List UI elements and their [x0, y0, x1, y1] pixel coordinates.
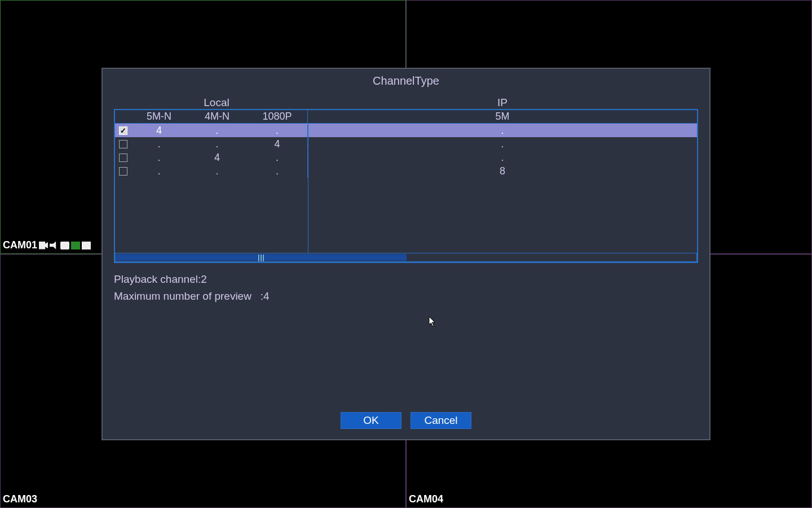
cell-5m: 8	[308, 165, 697, 178]
cell-1080p: 4	[247, 138, 308, 151]
status-icon	[71, 242, 80, 249]
cell-5mn: .	[131, 151, 187, 164]
camera-label-1: CAM01	[3, 239, 91, 251]
col-1080p: 1080P	[247, 110, 308, 123]
channel-type-dialog: ChannelType Local IP 5M-N 4M-N 1080P 5M …	[102, 68, 710, 440]
record-icon	[82, 242, 91, 249]
dialog-buttons: OK Cancel	[103, 412, 709, 429]
sound-icon	[50, 242, 59, 249]
group-ip: IP	[307, 97, 698, 109]
preview-label: Maximum number of preview :	[114, 288, 263, 305]
cell-1080p: .	[247, 165, 308, 178]
scroll-thumb[interactable]: |||	[116, 254, 407, 261]
group-local: Local	[114, 97, 307, 109]
grip-icon: |||	[258, 253, 264, 261]
camera-icon	[60, 242, 69, 249]
cancel-button[interactable]: Cancel	[411, 412, 471, 429]
camera-name-1: CAM01	[3, 239, 37, 251]
table-group-header: Local IP	[114, 97, 698, 109]
cell-1080p: .	[247, 124, 308, 137]
row-checkbox[interactable]	[119, 140, 127, 148]
dialog-title: ChannelType	[103, 69, 709, 92]
table-body: 4.....4..4.....8	[115, 124, 697, 253]
row-checkbox[interactable]	[119, 126, 127, 135]
playback-label: Playback channel:	[114, 271, 201, 288]
cell-4mn: 4	[187, 151, 247, 164]
table-row[interactable]: .4..	[115, 151, 697, 164]
row-checkbox[interactable]	[119, 167, 127, 176]
table-row[interactable]: ..4.	[115, 137, 697, 151]
info-section: Playback channel: 2 Maximum number of pr…	[114, 271, 698, 305]
camera-label-4: CAM04	[409, 493, 443, 505]
cell-5m: .	[308, 138, 697, 151]
cell-5mn: 4	[131, 124, 187, 137]
camera-label-3: CAM03	[3, 493, 37, 505]
table-header-row: 5M-N 4M-N 1080P 5M	[115, 110, 697, 124]
cell-4mn: .	[187, 138, 247, 151]
playback-value: 2	[201, 271, 207, 288]
col-5mn: 5M-N	[131, 110, 187, 123]
cell-4mn: .	[187, 165, 247, 178]
cell-5mn: .	[131, 138, 187, 151]
cell-5m: .	[308, 151, 697, 164]
col-4mn: 4M-N	[187, 110, 247, 123]
camera-name-3: CAM03	[3, 493, 37, 505]
cell-5mn: .	[131, 165, 187, 178]
col-checkbox	[115, 110, 131, 123]
cell-5m: .	[308, 124, 697, 137]
row-checkbox[interactable]	[119, 154, 127, 162]
column-divider	[308, 124, 308, 253]
horizontal-scrollbar[interactable]: |||	[115, 253, 697, 262]
channel-table: Local IP 5M-N 4M-N 1080P 5M 4.....4..4..…	[114, 97, 698, 263]
table-row[interactable]: ...8	[115, 164, 697, 178]
col-5m: 5M	[308, 110, 697, 123]
camera-name-4: CAM04	[409, 493, 443, 505]
cell-4mn: .	[187, 124, 247, 137]
table-row[interactable]: 4...	[115, 124, 697, 137]
video-icon	[39, 242, 48, 249]
cell-1080p: .	[247, 151, 308, 164]
preview-value: 4	[263, 288, 270, 305]
ok-button[interactable]: OK	[341, 412, 401, 429]
